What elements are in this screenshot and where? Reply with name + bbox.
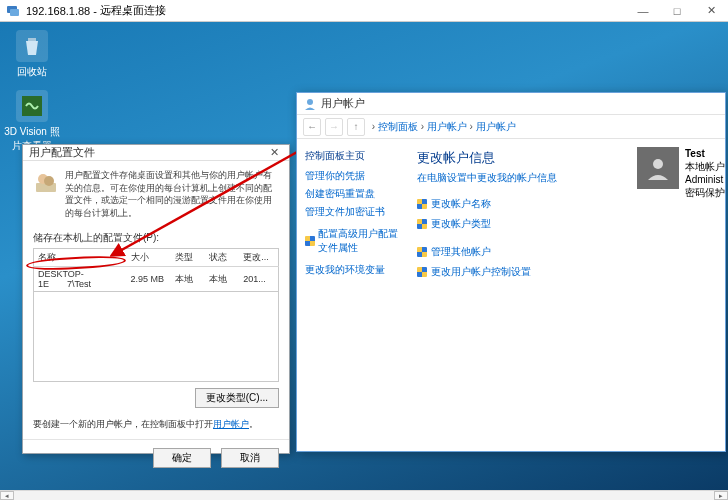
rdp-icon <box>6 4 20 18</box>
breadcrumb[interactable]: › 控制面板 › 用户帐户 › 用户帐户 <box>369 120 516 134</box>
dialog-intro-text: 用户配置文件存储桌面设置和其他与你的用户帐户有关的信息。可在你使用的每台计算机上… <box>65 169 279 219</box>
leftnav-encryption-cert[interactable]: 管理文件加密证书 <box>305 205 401 219</box>
svg-point-9 <box>653 159 663 169</box>
user-accounts-icon <box>303 97 317 111</box>
user-accounts-link[interactable]: 用户帐户 <box>213 419 249 429</box>
user-name: Test <box>685 147 725 160</box>
desktop-icon-recycle-bin[interactable]: 回收站 <box>2 30 62 79</box>
cell-name: DESKTOP-1Exxxx7\Test <box>34 267 127 292</box>
link-uac-settings[interactable]: 更改用户帐户控制设置 <box>417 265 717 279</box>
col-name[interactable]: 名称 <box>34 249 127 267</box>
user-password: 密码保护 <box>685 186 725 199</box>
scroll-left-button[interactable]: ◂ <box>0 491 14 500</box>
shield-icon <box>305 236 315 246</box>
cp-window-title: 用户帐户 <box>321 96 365 111</box>
change-type-button[interactable]: 更改类型(C)... <box>195 388 279 408</box>
control-panel-window: 用户帐户 ← → ↑ › 控制面板 › 用户帐户 › 用户帐户 控制面板主页 管… <box>296 92 726 452</box>
desktop-icon-label: 回收站 <box>2 65 62 79</box>
col-modified[interactable]: 更改... <box>239 249 278 267</box>
dialog-titlebar[interactable]: 用户配置文件 ✕ <box>23 145 289 161</box>
cell-type: 本地 <box>171 267 205 292</box>
leftnav-advanced-profile[interactable]: 配置高级用户配置文件属性 <box>318 227 401 255</box>
leftnav-env-vars[interactable]: 更改我的环境变量 <box>305 263 401 277</box>
user-admin: Administ <box>685 173 725 186</box>
dialog-title: 用户配置文件 <box>29 145 95 160</box>
col-type[interactable]: 类型 <box>171 249 205 267</box>
leftnav-password-reset[interactable]: 创建密码重置盘 <box>305 187 401 201</box>
user-profile-icon <box>33 169 59 195</box>
titlebar-app: 远程桌面连接 <box>100 3 166 18</box>
shield-icon <box>417 219 427 229</box>
cell-modified: 201... <box>239 267 278 292</box>
nav-back-button[interactable]: ← <box>303 118 321 136</box>
cell-size: 2.95 MB <box>127 267 171 292</box>
dialog-close-button[interactable]: ✕ <box>265 146 283 159</box>
user-role: 本地帐户 <box>685 160 725 173</box>
link-change-name[interactable]: 更改帐户名称 <box>417 197 717 211</box>
profiles-list-body[interactable] <box>33 292 279 382</box>
cp-main-pane: 更改帐户信息 在电脑设置中更改我的帐户信息 更改帐户名称 更改帐户类型 管理其他… <box>409 139 725 451</box>
remote-desktop: 回收站 3D Vision 照 片查看器 用户配置文件 ✕ 用户配置文件存储桌面… <box>0 22 728 490</box>
close-button[interactable]: ✕ <box>694 0 728 22</box>
col-size[interactable]: 大小 <box>127 249 171 267</box>
titlebar-ip: 192.168.1.88 <box>26 5 90 17</box>
desktop-icon-label-l1: 3D Vision 照 <box>2 125 62 139</box>
nav-forward-button[interactable]: → <box>325 118 343 136</box>
app-titlebar: 192.168.1.88 - 远程桌面连接 — □ ✕ <box>0 0 728 22</box>
horizontal-scrollbar[interactable]: ◂ ▸ <box>0 490 728 500</box>
ok-button[interactable]: 确定 <box>153 448 211 468</box>
user-profiles-dialog: 用户配置文件 ✕ 用户配置文件存储桌面设置和其他与你的用户帐户有关的信息。可在你… <box>22 144 290 454</box>
shield-icon <box>417 199 427 209</box>
create-account-hint: 要创建一个新的用户帐户，在控制面板中打开用户帐户。 <box>33 418 279 431</box>
profiles-table[interactable]: 名称 大小 类型 状态 更改... DESKTOP-1Exxxx7\Test 2… <box>33 248 279 292</box>
cp-home-link[interactable]: 控制面板主页 <box>305 149 401 163</box>
leftnav-credentials[interactable]: 管理你的凭据 <box>305 169 401 183</box>
titlebar-sep: - <box>90 5 100 17</box>
cp-left-nav: 控制面板主页 管理你的凭据 创建密码重置盘 管理文件加密证书 配置高级用户配置文… <box>297 139 409 451</box>
cp-change-in-settings-link[interactable]: 在电脑设置中更改我的帐户信息 <box>417 172 557 183</box>
cp-navbar: ← → ↑ › 控制面板 › 用户帐户 › 用户帐户 <box>297 115 725 139</box>
svg-point-8 <box>307 99 313 105</box>
table-row[interactable]: DESKTOP-1Exxxx7\Test 2.95 MB 本地 本地 201..… <box>34 267 279 292</box>
recycle-bin-icon <box>16 30 48 62</box>
avatar <box>637 147 679 189</box>
svg-point-6 <box>44 176 54 186</box>
nvidia-3dvision-icon <box>16 90 48 122</box>
cell-status: 本地 <box>205 267 239 292</box>
table-header-row: 名称 大小 类型 状态 更改... <box>34 249 279 267</box>
col-status[interactable]: 状态 <box>205 249 239 267</box>
link-manage-other[interactable]: 管理其他帐户 <box>417 245 717 259</box>
shield-icon <box>417 247 427 257</box>
minimize-button[interactable]: — <box>626 0 660 22</box>
current-user-card: Test 本地帐户 Administ 密码保护 <box>637 147 725 199</box>
svg-rect-2 <box>28 38 36 41</box>
scroll-right-button[interactable]: ▸ <box>714 491 728 500</box>
cancel-button[interactable]: 取消 <box>221 448 279 468</box>
cp-titlebar[interactable]: 用户帐户 <box>297 93 725 115</box>
profiles-list-label: 储存在本机上的配置文件(P): <box>33 231 279 245</box>
svg-rect-1 <box>10 9 19 16</box>
nav-up-button[interactable]: ↑ <box>347 118 365 136</box>
maximize-button[interactable]: □ <box>660 0 694 22</box>
link-change-type[interactable]: 更改帐户类型 <box>417 217 717 231</box>
shield-icon <box>417 267 427 277</box>
